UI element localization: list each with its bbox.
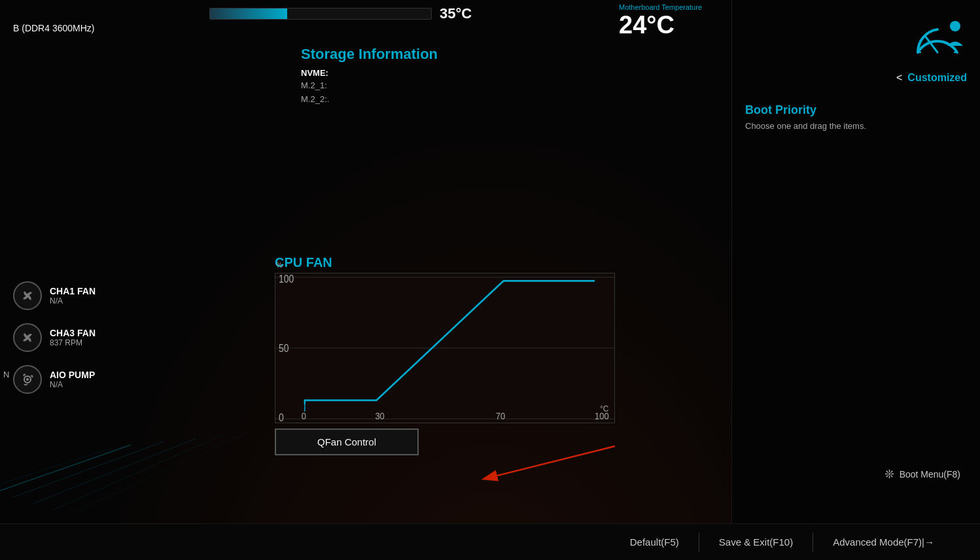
svg-text:70: 70: [496, 411, 506, 422]
chart-area: 100 50 0 0 30 70 100 °C: [275, 273, 615, 423]
fan-item-cha3: CHA3 FAN 837 RPM: [13, 323, 157, 352]
storage-m2-1: M.2_1:: [301, 79, 438, 93]
nav-chevron[interactable]: <: [896, 72, 902, 84]
storage-section: Storage Information NVME: M.2_1: M.2_2:.: [301, 46, 438, 107]
cpu-fan-section: CPU FAN % 100 50 0 0 30 70 100 °C: [275, 255, 641, 455]
mb-temp-label: Motherboard Temperature: [619, 3, 702, 11]
save-exit-button[interactable]: Save & Exit(F10): [699, 533, 813, 552]
boot-priority-title: Boot Priority: [745, 103, 967, 117]
svg-point-13: [26, 378, 29, 381]
chart-container: % 100 50 0 0 30 70 100 °C: [275, 273, 641, 423]
default-button[interactable]: Default(F5): [610, 533, 699, 552]
cpu-temp-bar: [209, 8, 432, 20]
svg-text:0: 0: [302, 411, 306, 422]
fan-speed-cha1: N/A: [50, 296, 96, 306]
fan-speed-cha3: 837 RPM: [50, 338, 96, 347]
fan-icon-cha3: [13, 323, 42, 352]
advanced-mode-button[interactable]: Advanced Mode(F7)|→: [813, 533, 954, 552]
chart-y-label: %: [276, 261, 283, 269]
boot-menu-right[interactable]: ❊ Boot Menu(F8): [884, 467, 960, 481]
svg-point-9: [950, 21, 960, 31]
svg-text:30: 30: [375, 411, 385, 422]
customized-nav[interactable]: < Customized: [745, 72, 967, 84]
qfan-control-button[interactable]: QFan Control: [275, 429, 419, 455]
nav-label: Customized: [907, 72, 967, 84]
storage-nvme-label: NVME:: [301, 68, 438, 78]
cpu-temp-value: 35°C: [440, 5, 472, 22]
fan-info-cha1: CHA1 FAN N/A: [50, 286, 96, 306]
n-label: N: [0, 370, 9, 379]
fan-name-cha3: CHA3 FAN: [50, 328, 96, 338]
bottom-bar: Default(F5) Save & Exit(F10) Advanced Mo…: [0, 523, 980, 560]
boot-menu-icon: ❊: [884, 467, 894, 481]
fan-name-cha1: CHA1 FAN: [50, 286, 96, 296]
svg-text:0: 0: [279, 411, 284, 423]
fan-info-cha3: CHA3 FAN 837 RPM: [50, 328, 96, 347]
boot-menu-label: Boot Menu(F8): [900, 469, 960, 480]
chart-svg: 100 50 0 0 30 70 100 °C: [275, 273, 614, 423]
cpu-fan-title: CPU FAN: [275, 255, 641, 270]
boot-priority-desc: Choose one and drag the items.: [745, 121, 967, 131]
fan-name-aio: AIO PUMP: [50, 370, 95, 380]
mb-temp-area: Motherboard Temperature 24°C: [609, 0, 712, 43]
memory-label: B (DDR4 3600MHz): [13, 23, 196, 33]
storage-m2-2: M.2_2:.: [301, 93, 438, 107]
fan-section: CHA1 FAN N/A CHA3 FAN 837 RPM: [13, 281, 157, 407]
fan-item-aio: AIO PUMP N/A: [13, 365, 157, 394]
svg-text:°C: °C: [600, 403, 608, 413]
right-panel: < Customized Boot Priority Choose one an…: [731, 0, 980, 560]
fan-icon-cha1: [13, 281, 42, 310]
fan-speed-aio: N/A: [50, 380, 95, 389]
boot-priority-section: Boot Priority Choose one and drag the it…: [745, 103, 967, 131]
cpu-temp-fill: [210, 9, 287, 19]
storage-title: Storage Information: [301, 46, 438, 63]
fan-info-aio: AIO PUMP N/A: [50, 370, 95, 389]
left-panel: B (DDR4 3600MHz): [0, 0, 209, 560]
svg-text:100: 100: [279, 273, 294, 285]
svg-text:50: 50: [279, 342, 289, 354]
mb-temp-value: 24°C: [619, 11, 702, 39]
fan-icon-aio: [13, 365, 42, 394]
gauge-icon: [908, 10, 967, 62]
fan-item-cha1: CHA1 FAN N/A: [13, 281, 157, 310]
gauge-icon-area: [745, 10, 967, 62]
